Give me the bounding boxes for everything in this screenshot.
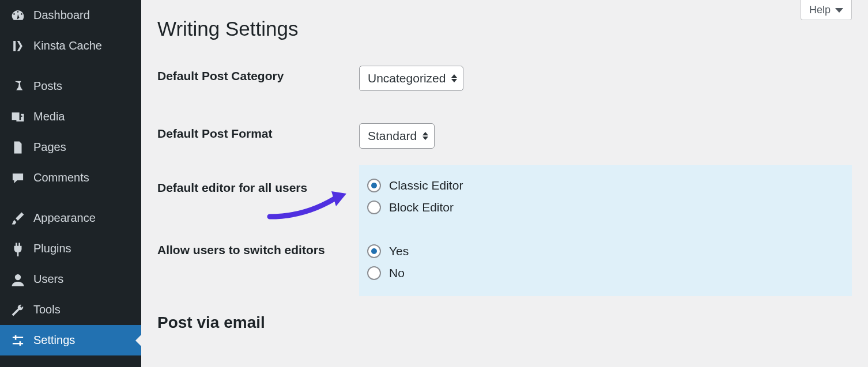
sidebar-label: Users	[33, 273, 63, 286]
radio-allow-switch-yes[interactable]: Yes	[367, 244, 838, 258]
wrench-icon	[10, 302, 25, 317]
sidebar-label: Posts	[33, 80, 62, 93]
dashboard-icon	[10, 8, 25, 23]
svg-point-1	[15, 274, 21, 279]
user-icon	[10, 272, 25, 287]
page-title: Writing Settings	[157, 17, 852, 40]
plug-icon	[10, 241, 25, 256]
media-icon	[10, 109, 25, 124]
sidebar-label: Plugins	[33, 242, 71, 255]
row-label-allow-switch: Allow users to switch editors	[157, 230, 359, 296]
sidebar-item-plugins[interactable]: Plugins	[0, 233, 141, 264]
radio-label: Yes	[389, 244, 409, 258]
admin-sidebar: Dashboard Kinsta Cache Posts Media Pages…	[0, 0, 141, 367]
sidebar-label: Kinsta Cache	[33, 39, 102, 52]
radio-icon	[367, 266, 381, 280]
brush-icon	[10, 211, 25, 226]
section-title-post-via-email: Post via email	[157, 313, 852, 332]
sidebar-label: Media	[33, 110, 65, 123]
updown-icon	[422, 132, 428, 140]
sidebar-label: Tools	[33, 303, 61, 316]
default-post-category-select[interactable]: Uncategorized	[359, 66, 463, 91]
sidebar-item-tools[interactable]: Tools	[0, 294, 141, 325]
default-post-format-select[interactable]: Standard	[359, 123, 435, 149]
pin-icon	[10, 79, 25, 94]
content-area: Help Writing Settings Default Post Categ…	[141, 0, 868, 367]
sidebar-item-comments[interactable]: Comments	[0, 162, 141, 193]
sidebar-item-dashboard[interactable]: Dashboard	[0, 0, 141, 31]
sidebar-item-users[interactable]: Users	[0, 264, 141, 294]
sidebar-item-appearance[interactable]: Appearance	[0, 203, 141, 233]
row-label-default-category: Default Post Category	[157, 66, 359, 91]
select-value: Uncategorized	[368, 71, 446, 85]
help-tab[interactable]: Help	[801, 0, 852, 20]
radio-icon	[367, 179, 381, 192]
sidebar-separator	[0, 61, 141, 71]
sidebar-item-pages[interactable]: Pages	[0, 132, 141, 162]
sidebar-separator	[0, 193, 141, 203]
sidebar-label: Comments	[33, 171, 89, 184]
svg-point-0	[21, 115, 22, 117]
radio-label: Classic Editor	[389, 179, 463, 192]
row-label-default-editor: Default editor for all users	[157, 165, 359, 230]
sidebar-item-kinsta-cache[interactable]: Kinsta Cache	[0, 31, 141, 61]
radio-label: No	[389, 266, 405, 280]
radio-icon	[367, 200, 381, 214]
comment-icon	[10, 171, 25, 186]
sidebar-item-media[interactable]: Media	[0, 101, 141, 132]
help-label: Help	[809, 4, 831, 16]
sidebar-item-posts[interactable]: Posts	[0, 71, 141, 101]
kinsta-icon	[10, 39, 25, 54]
sidebar-label: Pages	[33, 141, 66, 154]
row-label-default-format: Default Post Format	[157, 123, 359, 149]
updown-icon	[451, 74, 457, 82]
radio-block-editor[interactable]: Block Editor	[367, 200, 838, 214]
radio-allow-switch-no[interactable]: No	[367, 266, 838, 280]
settings-form: Default Post Category Uncategorized Defa…	[157, 66, 852, 296]
sidebar-label: Appearance	[33, 211, 96, 225]
select-value: Standard	[368, 129, 417, 143]
sidebar-item-settings[interactable]: Settings	[0, 325, 141, 355]
chevron-down-icon	[835, 8, 843, 13]
radio-icon	[367, 244, 381, 258]
radio-classic-editor[interactable]: Classic Editor	[367, 179, 838, 192]
sidebar-label: Settings	[33, 334, 75, 347]
sliders-icon	[10, 333, 25, 348]
radio-label: Block Editor	[389, 200, 454, 214]
sidebar-label: Dashboard	[33, 9, 90, 22]
pages-icon	[10, 140, 25, 155]
